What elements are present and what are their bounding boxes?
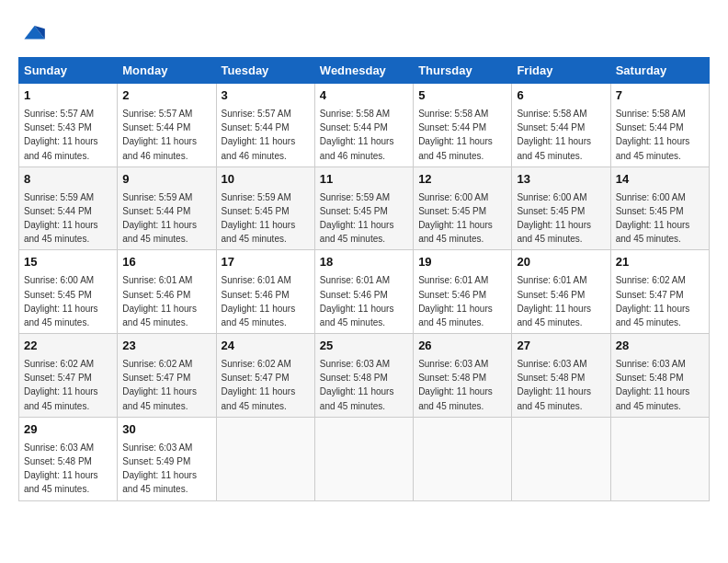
calendar-cell: 29Sunrise: 6:03 AMSunset: 5:48 PMDayligh…	[19, 417, 118, 500]
day-number: 5	[418, 87, 506, 105]
day-of-week-thursday: Thursday	[414, 58, 512, 84]
calendar-cell: 30Sunrise: 6:03 AMSunset: 5:49 PMDayligh…	[118, 417, 216, 500]
day-number: 3	[222, 87, 310, 105]
calendar-cell: 5Sunrise: 5:58 AMSunset: 5:44 PMDaylight…	[414, 84, 512, 167]
calendar-cell: 26Sunrise: 6:03 AMSunset: 5:48 PMDayligh…	[414, 334, 512, 418]
day-detail: Sunrise: 6:02 AMSunset: 5:47 PMDaylight:…	[616, 275, 690, 327]
day-number: 2	[122, 87, 210, 105]
calendar-cell: 11Sunrise: 5:59 AMSunset: 5:45 PMDayligh…	[314, 167, 413, 250]
day-number: 1	[24, 87, 112, 105]
calendar-cell	[314, 417, 413, 500]
day-detail: Sunrise: 5:58 AMSunset: 5:44 PMDaylight:…	[517, 109, 591, 161]
day-number: 23	[122, 338, 210, 355]
day-number: 30	[122, 421, 210, 439]
day-number: 26	[418, 338, 506, 355]
calendar-cell	[512, 417, 610, 500]
day-number: 25	[320, 338, 408, 355]
calendar-cell: 25Sunrise: 6:03 AMSunset: 5:48 PMDayligh…	[314, 334, 413, 418]
day-number: 14	[616, 171, 704, 189]
day-number: 7	[616, 87, 704, 105]
calendar-cell: 22Sunrise: 6:02 AMSunset: 5:47 PMDayligh…	[19, 334, 118, 418]
day-number: 19	[418, 254, 506, 271]
day-number: 8	[24, 171, 112, 189]
calendar-cell: 19Sunrise: 6:01 AMSunset: 5:46 PMDayligh…	[414, 250, 512, 334]
calendar-cell: 17Sunrise: 6:01 AMSunset: 5:46 PMDayligh…	[216, 250, 314, 334]
day-number: 11	[320, 171, 408, 189]
calendar-week-row: 8Sunrise: 5:59 AMSunset: 5:44 PMDaylight…	[19, 167, 710, 250]
day-of-week-saturday: Saturday	[610, 58, 709, 84]
calendar-cell: 12Sunrise: 6:00 AMSunset: 5:45 PMDayligh…	[414, 167, 512, 250]
day-detail: Sunrise: 6:00 AMSunset: 5:45 PMDaylight:…	[517, 192, 591, 245]
day-detail: Sunrise: 6:02 AMSunset: 5:47 PMDaylight:…	[222, 359, 296, 411]
calendar-table: SundayMondayTuesdayWednesdayThursdayFrid…	[18, 57, 710, 501]
day-detail: Sunrise: 6:01 AMSunset: 5:46 PMDaylight:…	[122, 275, 197, 327]
page-header	[18, 18, 710, 48]
day-number: 13	[517, 171, 605, 189]
calendar-cell: 3Sunrise: 5:57 AMSunset: 5:44 PMDaylight…	[216, 84, 314, 167]
calendar-cell: 7Sunrise: 5:58 AMSunset: 5:44 PMDaylight…	[610, 84, 709, 167]
day-detail: Sunrise: 6:03 AMSunset: 5:48 PMDaylight:…	[418, 359, 493, 411]
calendar-cell: 24Sunrise: 6:02 AMSunset: 5:47 PMDayligh…	[216, 334, 314, 418]
day-detail: Sunrise: 6:01 AMSunset: 5:46 PMDaylight:…	[222, 275, 296, 327]
day-detail: Sunrise: 6:02 AMSunset: 5:47 PMDaylight:…	[122, 359, 197, 411]
day-detail: Sunrise: 6:01 AMSunset: 5:46 PMDaylight:…	[418, 275, 493, 327]
day-detail: Sunrise: 5:57 AMSunset: 5:44 PMDaylight:…	[122, 109, 197, 161]
day-detail: Sunrise: 6:02 AMSunset: 5:47 PMDaylight:…	[24, 359, 98, 411]
day-detail: Sunrise: 5:59 AMSunset: 5:45 PMDaylight:…	[320, 192, 394, 245]
day-detail: Sunrise: 5:59 AMSunset: 5:45 PMDaylight:…	[222, 192, 296, 245]
day-detail: Sunrise: 5:58 AMSunset: 5:44 PMDaylight:…	[418, 109, 493, 161]
day-number: 20	[517, 254, 605, 271]
day-of-week-friday: Friday	[512, 58, 610, 84]
day-number: 12	[418, 171, 506, 189]
day-number: 18	[320, 254, 408, 271]
calendar-cell: 18Sunrise: 6:01 AMSunset: 5:46 PMDayligh…	[314, 250, 413, 334]
logo	[18, 18, 51, 48]
day-detail: Sunrise: 6:00 AMSunset: 5:45 PMDaylight:…	[418, 192, 493, 245]
day-detail: Sunrise: 6:01 AMSunset: 5:46 PMDaylight:…	[517, 275, 591, 327]
day-detail: Sunrise: 6:00 AMSunset: 5:45 PMDaylight:…	[24, 275, 98, 327]
calendar-cell: 4Sunrise: 5:58 AMSunset: 5:44 PMDaylight…	[314, 84, 413, 167]
calendar-cell: 23Sunrise: 6:02 AMSunset: 5:47 PMDayligh…	[118, 334, 216, 418]
day-of-week-monday: Monday	[118, 58, 216, 84]
day-detail: Sunrise: 5:58 AMSunset: 5:44 PMDaylight:…	[616, 109, 690, 161]
calendar-cell: 14Sunrise: 6:00 AMSunset: 5:45 PMDayligh…	[610, 167, 709, 250]
calendar-cell: 28Sunrise: 6:03 AMSunset: 5:48 PMDayligh…	[610, 334, 709, 418]
calendar-cell: 21Sunrise: 6:02 AMSunset: 5:47 PMDayligh…	[610, 250, 709, 334]
day-detail: Sunrise: 5:59 AMSunset: 5:44 PMDaylight:…	[24, 192, 98, 245]
calendar-cell: 2Sunrise: 5:57 AMSunset: 5:44 PMDaylight…	[118, 84, 216, 167]
calendar-header-row: SundayMondayTuesdayWednesdayThursdayFrid…	[19, 58, 710, 84]
day-detail: Sunrise: 6:03 AMSunset: 5:49 PMDaylight:…	[122, 442, 197, 495]
day-number: 10	[222, 171, 310, 189]
calendar-cell: 9Sunrise: 5:59 AMSunset: 5:44 PMDaylight…	[118, 167, 216, 250]
calendar-cell	[610, 417, 709, 500]
day-detail: Sunrise: 6:03 AMSunset: 5:48 PMDaylight:…	[320, 359, 394, 411]
calendar-cell	[414, 417, 512, 500]
calendar-cell: 1Sunrise: 5:57 AMSunset: 5:43 PMDaylight…	[19, 84, 118, 167]
calendar-cell: 27Sunrise: 6:03 AMSunset: 5:48 PMDayligh…	[512, 334, 610, 418]
day-number: 9	[122, 171, 210, 189]
day-of-week-sunday: Sunday	[19, 58, 118, 84]
day-number: 15	[24, 254, 112, 271]
day-detail: Sunrise: 6:01 AMSunset: 5:46 PMDaylight:…	[320, 275, 394, 327]
calendar-week-row: 29Sunrise: 6:03 AMSunset: 5:48 PMDayligh…	[19, 417, 710, 500]
day-detail: Sunrise: 5:57 AMSunset: 5:43 PMDaylight:…	[24, 109, 98, 161]
calendar-cell: 6Sunrise: 5:58 AMSunset: 5:44 PMDaylight…	[512, 84, 610, 167]
day-detail: Sunrise: 6:03 AMSunset: 5:48 PMDaylight:…	[616, 359, 690, 411]
day-number: 28	[616, 338, 704, 355]
calendar-cell	[216, 417, 314, 500]
day-number: 29	[24, 421, 112, 439]
logo-icon	[18, 18, 48, 48]
day-detail: Sunrise: 6:03 AMSunset: 5:48 PMDaylight:…	[24, 442, 98, 495]
calendar-cell: 16Sunrise: 6:01 AMSunset: 5:46 PMDayligh…	[118, 250, 216, 334]
day-number: 22	[24, 338, 112, 355]
day-number: 27	[517, 338, 605, 355]
day-number: 6	[517, 87, 605, 105]
day-detail: Sunrise: 6:03 AMSunset: 5:48 PMDaylight:…	[517, 359, 591, 411]
calendar-cell: 15Sunrise: 6:00 AMSunset: 5:45 PMDayligh…	[19, 250, 118, 334]
calendar-cell: 20Sunrise: 6:01 AMSunset: 5:46 PMDayligh…	[512, 250, 610, 334]
day-detail: Sunrise: 5:58 AMSunset: 5:44 PMDaylight:…	[320, 109, 394, 161]
day-detail: Sunrise: 6:00 AMSunset: 5:45 PMDaylight:…	[616, 192, 690, 245]
calendar-cell: 13Sunrise: 6:00 AMSunset: 5:45 PMDayligh…	[512, 167, 610, 250]
day-number: 24	[222, 338, 310, 355]
day-number: 16	[122, 254, 210, 271]
